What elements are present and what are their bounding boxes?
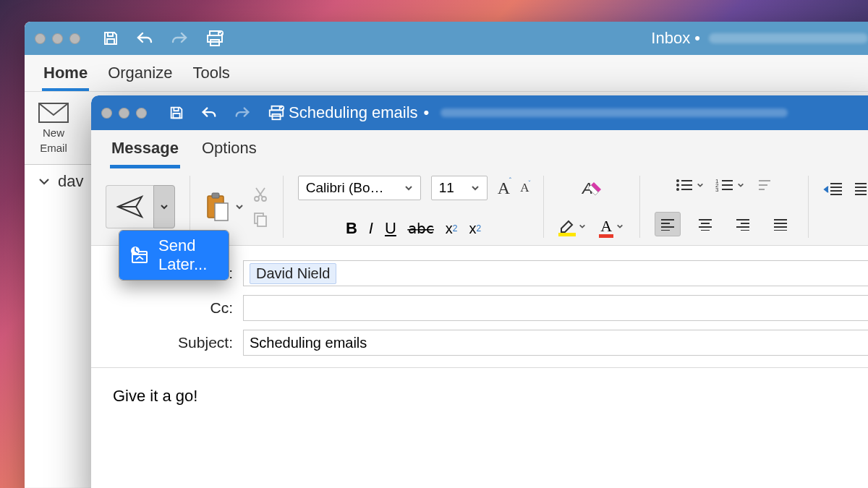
subscript-button[interactable]: x2 <box>446 221 458 237</box>
svg-point-19 <box>676 179 679 182</box>
font-name-combo[interactable]: Calibri (Bo… <box>298 176 421 200</box>
tab-organize[interactable]: Organize <box>106 61 174 91</box>
increase-font-button[interactable]: Aˆ <box>498 179 510 198</box>
align-right-button[interactable] <box>730 212 756 236</box>
font-size-combo[interactable]: 11 <box>431 176 488 200</box>
align-center-button[interactable] <box>692 212 718 236</box>
tab-options[interactable]: Options <box>200 137 258 168</box>
compose-traffic-lights <box>91 108 157 119</box>
superscript-button[interactable]: x2 <box>469 221 482 237</box>
redo-icon[interactable] <box>234 104 251 121</box>
svg-point-20 <box>676 184 679 187</box>
compose-titlebar: Scheduling emails• <box>91 95 868 130</box>
decrease-font-button[interactable]: Aˇ <box>520 181 529 195</box>
zoom-button[interactable] <box>136 108 147 119</box>
send-split-button <box>106 185 175 228</box>
print-icon[interactable] <box>267 104 286 121</box>
tab-home[interactable]: Home <box>42 61 89 91</box>
minimize-button[interactable] <box>119 108 129 119</box>
compose-ribbon: Send Later... <box>91 168 868 246</box>
save-icon[interactable] <box>169 104 184 121</box>
print-icon[interactable] <box>205 29 225 48</box>
chevron-down-icon <box>471 184 480 192</box>
italic-button[interactable]: I <box>369 219 373 238</box>
undo-icon[interactable] <box>200 104 218 121</box>
bullets-dropdown[interactable] <box>695 181 705 189</box>
underline-button[interactable]: U <box>385 219 396 238</box>
cc-field[interactable] <box>243 295 868 321</box>
font-color-dropdown[interactable] <box>615 223 625 230</box>
zoom-button[interactable] <box>69 33 80 44</box>
strikethrough-button[interactable]: a̶b̶c̶ <box>408 220 434 237</box>
new-email-label-1: New <box>43 127 64 139</box>
undo-icon[interactable] <box>135 29 154 48</box>
to-field[interactable]: David Nield <box>243 260 868 286</box>
new-email-label-2: Email <box>40 142 67 154</box>
decrease-indent-button[interactable] <box>823 181 843 197</box>
new-email-button[interactable]: New Email <box>38 102 69 154</box>
svg-text:3: 3 <box>715 187 719 193</box>
recipient-chip[interactable]: David Nield <box>250 263 336 284</box>
highlight-button[interactable] <box>558 218 587 234</box>
close-button[interactable] <box>101 108 112 119</box>
back-titlebar: Inbox • <box>25 22 868 55</box>
subject-label: Subject: <box>91 334 243 351</box>
send-menu: Send Later... <box>119 230 229 281</box>
account-blurred <box>441 108 788 117</box>
numbering-dropdown[interactable] <box>736 181 746 189</box>
chevron-down-icon <box>404 184 413 192</box>
subject-field[interactable]: Scheduling emails <box>243 330 868 356</box>
compose-tabs: Message Options <box>91 130 868 168</box>
svg-rect-12 <box>212 193 219 198</box>
align-justify-button[interactable] <box>767 212 793 236</box>
chevron-down-icon <box>38 175 51 188</box>
send-button[interactable] <box>106 185 153 228</box>
back-window-title: Inbox • <box>651 29 709 48</box>
compose-window: Scheduling emails• Message Options <box>91 95 868 488</box>
svg-rect-5 <box>173 114 179 118</box>
minimize-button[interactable] <box>52 33 63 44</box>
svg-rect-17 <box>258 216 266 226</box>
cut-icon[interactable] <box>252 187 268 202</box>
paste-icon[interactable] <box>205 192 231 222</box>
bold-button[interactable]: B <box>346 219 357 238</box>
bullets-button[interactable] <box>675 177 705 193</box>
increase-indent-button[interactable] <box>854 181 868 197</box>
paste-dropdown[interactable] <box>234 202 245 211</box>
compose-title: Scheduling emails• <box>286 103 788 122</box>
send-dropdown[interactable] <box>153 185 175 228</box>
font-color-button[interactable]: A <box>599 217 625 236</box>
svg-rect-13 <box>215 203 228 221</box>
account-blurred <box>709 33 868 43</box>
close-button[interactable] <box>35 33 46 44</box>
copy-icon[interactable] <box>252 211 268 227</box>
align-left-button[interactable] <box>655 212 681 236</box>
clear-formatting-button[interactable]: A <box>581 178 603 198</box>
svg-point-21 <box>676 188 679 191</box>
svg-rect-0 <box>107 39 114 44</box>
svg-rect-7 <box>272 114 280 119</box>
highlight-dropdown[interactable] <box>577 223 587 230</box>
tab-tools[interactable]: Tools <box>191 61 231 91</box>
send-later-icon <box>129 246 150 265</box>
tab-message[interactable]: Message <box>110 137 180 168</box>
sort-button[interactable] <box>756 177 773 193</box>
send-later-label: Send Later... <box>158 236 207 274</box>
redo-icon[interactable] <box>170 29 189 48</box>
send-later-item[interactable]: Send Later... <box>119 231 229 280</box>
numbering-button[interactable]: 123 <box>715 177 746 193</box>
cc-label: Cc: <box>91 299 243 317</box>
traffic-lights <box>25 33 90 44</box>
back-tabs: Home Organize Tools <box>25 55 868 91</box>
save-icon[interactable] <box>102 29 119 48</box>
message-body[interactable]: Give it a go! <box>91 367 868 424</box>
